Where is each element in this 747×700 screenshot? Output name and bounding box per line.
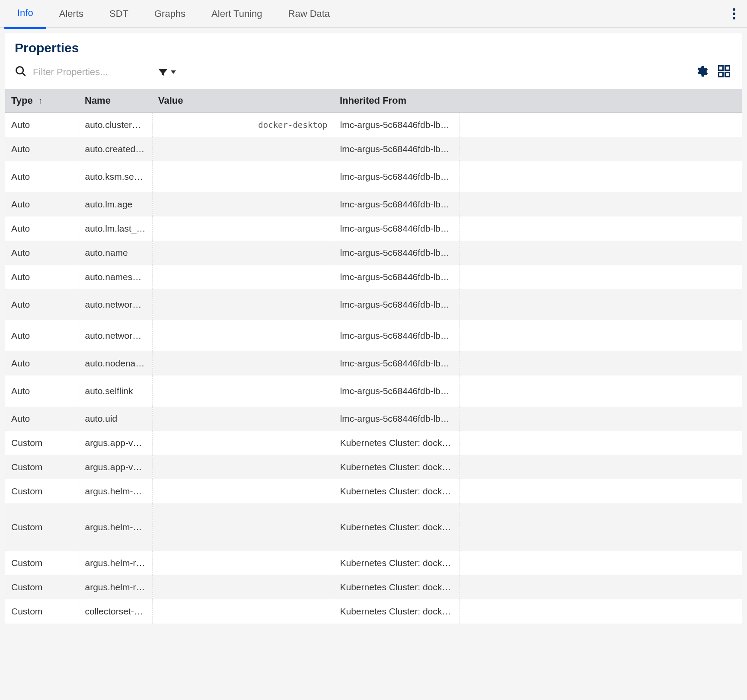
cell-value <box>152 551 334 575</box>
cell-value <box>152 407 334 431</box>
cell-type: Auto <box>5 289 79 320</box>
svg-point-0 <box>16 67 23 74</box>
column-header-inherited[interactable]: Inherited From <box>334 89 459 113</box>
tab-raw-data[interactable]: Raw Data <box>275 0 343 28</box>
cell-actions <box>459 192 742 216</box>
cell-type: Auto <box>5 113 79 137</box>
table-row[interactable]: Autoauto.network.re...lmc-argus-5c68446f… <box>5 320 742 351</box>
tab-alerts[interactable]: Alerts <box>46 0 96 28</box>
cell-value <box>152 503 334 551</box>
cell-value: docker-desktop <box>152 113 334 137</box>
more-menu-icon[interactable] <box>725 4 743 24</box>
cell-type: Auto <box>5 320 79 351</box>
cell-inherited: lmc-argus-5c68446fdb-lbdvp-p <box>334 161 459 192</box>
table-row[interactable]: Autoauto.uidlmc-argus-5c68446fdb-lbdvp-p <box>5 407 742 431</box>
cell-value <box>152 320 334 351</box>
cell-inherited: lmc-argus-5c68446fdb-lbdvp-p <box>334 407 459 431</box>
table-row[interactable]: Customargus.helm-chartKubernetes Cluster… <box>5 479 742 503</box>
table-row[interactable]: Autoauto.ksm.service...lmc-argus-5c68446… <box>5 161 742 192</box>
column-header-value[interactable]: Value <box>152 89 334 113</box>
table-row[interactable]: Customargus.app-versi...Kubernetes Clust… <box>5 455 742 479</box>
table-row[interactable]: Autoauto.namelmc-argus-5c68446fdb-lbdvp-… <box>5 241 742 265</box>
column-header-type[interactable]: Type ↑ <box>5 89 79 113</box>
cell-name: auto.nodename <box>79 351 152 375</box>
cell-value <box>152 192 334 216</box>
cell-type: Auto <box>5 192 79 216</box>
tab-alert-tuning[interactable]: Alert Tuning <box>198 0 275 28</box>
panel-title: Properties <box>15 41 732 55</box>
cell-type: Auto <box>5 161 79 192</box>
cell-name: auto.createdBy <box>79 137 152 161</box>
cell-type: Auto <box>5 407 79 431</box>
tab-graphs[interactable]: Graphs <box>141 0 198 28</box>
cell-value <box>152 599 334 624</box>
cell-actions <box>459 479 742 503</box>
cell-name: auto.network.re... <box>79 320 152 351</box>
table-row[interactable]: Autoauto.createdBylmc-argus-5c68446fdb-l… <box>5 137 742 161</box>
filter-dropdown-button[interactable] <box>158 67 176 77</box>
filter-input[interactable] <box>33 67 152 78</box>
cell-value <box>152 351 334 375</box>
column-header-name[interactable]: Name <box>79 89 152 113</box>
cell-inherited: lmc-argus-5c68446fdb-lbdvp-p <box>334 137 459 161</box>
cell-name: auto.clustername <box>79 113 152 137</box>
cell-type: Custom <box>5 431 79 455</box>
cell-inherited: Kubernetes Cluster: docker-deskt <box>334 551 459 575</box>
cell-actions <box>459 137 742 161</box>
column-header-actions <box>459 89 742 113</box>
table-row[interactable]: Customargus.helm-cha...Kubernetes Cluste… <box>5 503 742 551</box>
tab-sdt[interactable]: SDT <box>96 0 141 28</box>
cell-type: Auto <box>5 351 79 375</box>
search-icon[interactable] <box>15 65 27 79</box>
cell-name: auto.lm.age <box>79 192 152 216</box>
cell-type: Custom <box>5 503 79 551</box>
cell-name: argus.helm-revi... <box>79 551 152 575</box>
cell-type: Custom <box>5 599 79 624</box>
cell-inherited: lmc-argus-5c68446fdb-lbdvp-p <box>334 351 459 375</box>
svg-line-1 <box>22 73 26 76</box>
table-row[interactable]: Customcollectorset-con...Kubernetes Clus… <box>5 599 742 624</box>
cell-value <box>152 216 334 241</box>
table-row[interactable]: Customargus.app-versi...Kubernetes Clust… <box>5 431 742 455</box>
cell-type: Custom <box>5 575 79 599</box>
cell-value <box>152 265 334 289</box>
table-row[interactable]: Customargus.helm-revi...Kubernetes Clust… <box>5 551 742 575</box>
chevron-down-icon <box>171 70 176 74</box>
cell-inherited: lmc-argus-5c68446fdb-lbdvp-p <box>334 192 459 216</box>
tabs-bar: Info Alerts SDT Graphs Alert Tuning Raw … <box>0 0 747 28</box>
table-row[interactable]: Customargus.helm-revi...Kubernetes Clust… <box>5 575 742 599</box>
table-row[interactable]: Autoauto.network.na...lmc-argus-5c68446f… <box>5 289 742 320</box>
cell-inherited: Kubernetes Cluster: docker-deskt <box>334 503 459 551</box>
cell-type: Auto <box>5 241 79 265</box>
cell-actions <box>459 216 742 241</box>
cell-actions <box>459 455 742 479</box>
cell-actions <box>459 575 742 599</box>
sort-ascending-icon: ↑ <box>38 96 42 106</box>
cell-name: auto.namespace <box>79 265 152 289</box>
cell-inherited: lmc-argus-5c68446fdb-lbdvp-p <box>334 241 459 265</box>
cell-name: argus.helm-revi... <box>79 575 152 599</box>
cell-type: Custom <box>5 551 79 575</box>
cell-name: auto.lm.last_ch... <box>79 216 152 241</box>
cell-inherited: lmc-argus-5c68446fdb-lbdvp-p <box>334 113 459 137</box>
svg-rect-2 <box>719 66 723 70</box>
settings-icon[interactable] <box>693 63 710 81</box>
cell-value <box>152 455 334 479</box>
tab-info[interactable]: Info <box>4 0 46 29</box>
table-row[interactable]: Autoauto.nodenamelmc-argus-5c68446fdb-lb… <box>5 351 742 375</box>
cell-value <box>152 575 334 599</box>
table-row[interactable]: Autoauto.lm.last_ch...lmc-argus-5c68446f… <box>5 216 742 241</box>
svg-rect-3 <box>725 66 730 70</box>
cell-type: Custom <box>5 479 79 503</box>
cell-inherited: lmc-argus-5c68446fdb-lbdvp-p <box>334 216 459 241</box>
table-row[interactable]: Autoauto.selflinklmc-argus-5c68446fdb-lb… <box>5 375 742 407</box>
cell-inherited: Kubernetes Cluster: docker-deskt <box>334 599 459 624</box>
grid-view-icon[interactable] <box>716 63 732 81</box>
cell-name: auto.ksm.service... <box>79 161 152 192</box>
table-row[interactable]: Autoauto.clusternamedocker-desktoplmc-ar… <box>5 113 742 137</box>
cell-actions <box>459 289 742 320</box>
table-row[interactable]: Autoauto.lm.agelmc-argus-5c68446fdb-lbdv… <box>5 192 742 216</box>
cell-type: Auto <box>5 216 79 241</box>
cell-name: argus.app-versi... <box>79 455 152 479</box>
table-row[interactable]: Autoauto.namespacelmc-argus-5c68446fdb-l… <box>5 265 742 289</box>
